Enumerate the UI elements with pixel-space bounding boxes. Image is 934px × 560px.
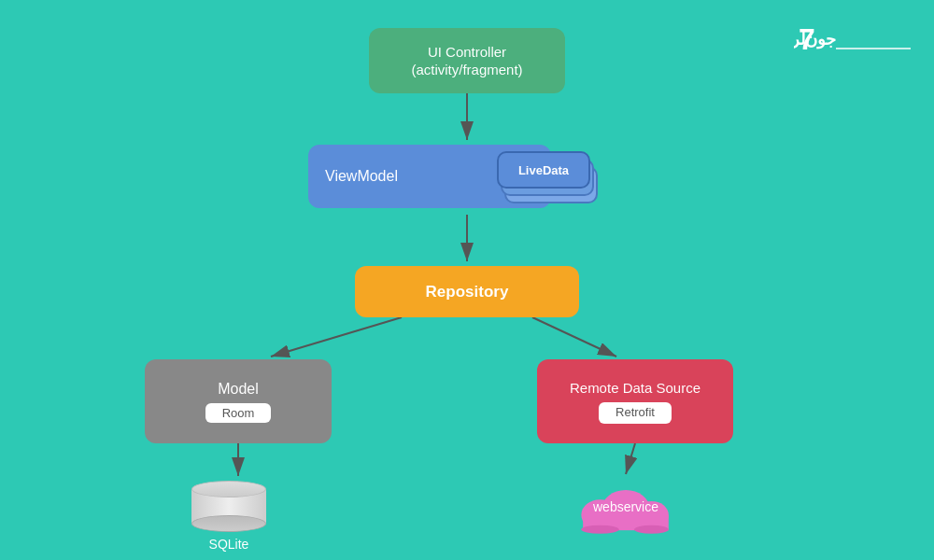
livedata-card-front: LiveData bbox=[497, 151, 590, 189]
model-box: Model Room bbox=[145, 359, 332, 443]
ui-controller-box: UI Controller (activity/fragment) bbox=[369, 28, 565, 93]
viewmodel-container: ViewModel LiveData bbox=[308, 145, 598, 215]
repository-label: Repository bbox=[426, 283, 509, 301]
svg-point-12 bbox=[634, 525, 669, 534]
webservice-cloud: webservice bbox=[574, 476, 677, 537]
svg-text:جون‌لرن: جون‌لرن bbox=[794, 30, 836, 49]
room-badge: Room bbox=[205, 403, 272, 423]
repository-box: Repository bbox=[355, 266, 579, 317]
cylinder-bottom bbox=[191, 515, 266, 532]
retrofit-badge: Retrofit bbox=[599, 402, 672, 424]
webservice-container: webservice bbox=[574, 476, 677, 537]
logo: 7 جون‌لرن bbox=[794, 17, 915, 59]
sqlite-label: SQLite bbox=[209, 537, 249, 552]
svg-point-11 bbox=[581, 525, 618, 534]
remote-data-source-box: Remote Data Source Retrofit bbox=[537, 359, 733, 443]
svg-line-6 bbox=[626, 443, 635, 474]
webservice-label: webservice bbox=[593, 499, 658, 514]
viewmodel-label: ViewModel bbox=[325, 168, 398, 185]
livedata-label: LiveData bbox=[518, 163, 569, 177]
logo-svg: 7 جون‌لرن bbox=[794, 17, 915, 59]
sqlite-container: SQLite bbox=[191, 481, 266, 552]
svg-line-3 bbox=[271, 317, 402, 357]
svg-line-4 bbox=[532, 317, 616, 357]
model-label: Model bbox=[218, 381, 259, 398]
cylinder-top bbox=[191, 481, 266, 497]
ui-controller-label: UI Controller (activity/fragment) bbox=[411, 43, 522, 79]
livedata-stack: LiveData bbox=[495, 149, 598, 210]
sqlite-cylinder bbox=[191, 481, 266, 532]
remote-label: Remote Data Source bbox=[570, 379, 700, 398]
